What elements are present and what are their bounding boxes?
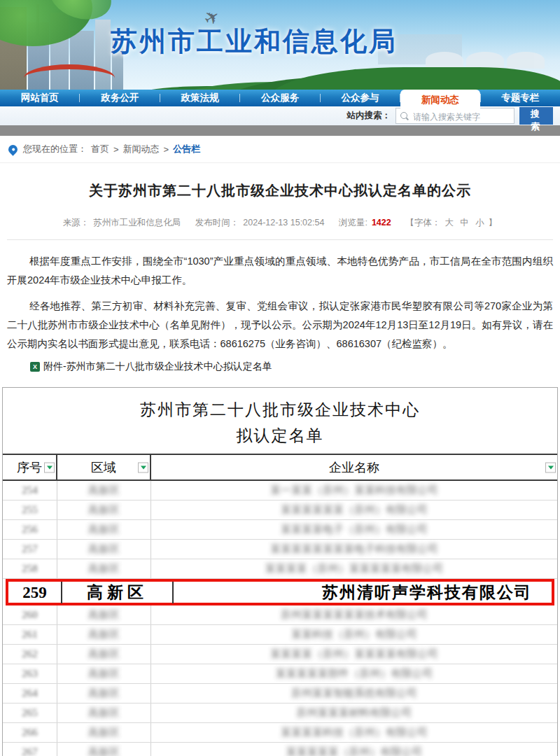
nav-item-6-active[interactable]: 新闻动态 (400, 90, 479, 110)
table-cell-seq: 260 (3, 606, 57, 624)
table-title-line2: 拟认定名单 (3, 423, 557, 449)
table-cell-company: 某某某某某（苏州）有限公司 (151, 743, 557, 756)
font-size-suffix: 】 (489, 218, 498, 227)
meta-source-label: 来源： (63, 218, 90, 227)
search-label: 站内搜索： (347, 110, 391, 122)
banner: ✈ 苏州市工业和信息化局 (0, 0, 560, 90)
nav-item-3[interactable]: 政策法规 (160, 90, 239, 106)
table-row: 264高新区苏州某某智能系统有限公司 (3, 684, 557, 704)
table-cell-region: 高新区 (57, 540, 151, 559)
table-title: 苏州市第二十八批市级企业技术中心 拟认定名单 (3, 388, 557, 454)
table-row: 266高新区某某某某科技（苏州）有限公司 (3, 723, 557, 743)
meta-divider (7, 239, 553, 240)
breadcrumb: 您现在的位置： 首页 > 新闻动态 > 公告栏 (0, 136, 560, 163)
breadcrumb-news[interactable]: 新闻动态 (123, 143, 160, 155)
breadcrumb-current[interactable]: 公告栏 (173, 143, 200, 155)
column-header-region: 区域 (57, 455, 151, 479)
highlight-company: 苏州清听声学科技有限公司 (174, 582, 552, 603)
table-cell-region: 高新区 (57, 606, 151, 624)
attachment-link[interactable]: 附件-苏州市第二十八批市级企业技术中心拟认定名单 (43, 360, 272, 373)
highlight-region: 高新区 (62, 582, 174, 603)
table-cell-company: 某某科技（苏州）有限公司 (151, 625, 557, 644)
font-size-small[interactable]: 小 (475, 218, 484, 227)
table-cell-region: 高新区 (57, 520, 151, 539)
table-cell-seq: 266 (3, 723, 57, 742)
font-size-medium[interactable]: 中 (460, 218, 469, 227)
table-cell-company: 某某某某某某某某电子科技有限公司 (151, 540, 557, 559)
divider-strip (0, 125, 560, 136)
table-row: 263高新区某某某某某部件（苏州）有限公司 (3, 664, 557, 684)
search-box (396, 108, 514, 124)
article: 关于苏州市第二十八批市级企业技术中心拟认定名单的公示 来源：苏州市工业和信息化局… (0, 181, 560, 373)
font-size-prefix: 【字体： (405, 218, 440, 227)
search-button[interactable]: 搜 索 (519, 107, 553, 125)
table-cell-region: 高新区 (57, 684, 151, 703)
table-row: 267高新区某某某某某（苏州）有限公司 (3, 743, 557, 756)
table-row: 265高新区苏州某某某材料有限公司 (3, 704, 557, 723)
table-cell-seq: 258 (3, 559, 57, 578)
list-table: 苏州市第二十八批市级企业技术中心 拟认定名单 序号 区域 企业名称 254高新区… (2, 387, 558, 756)
nav-item-1[interactable]: 网站首页 (0, 90, 79, 106)
article-meta: 来源：苏州市工业和信息化局 发布时间：2024-12-13 15:02:54 浏… (7, 217, 553, 229)
table-cell-seq: 265 (3, 704, 57, 722)
breadcrumb-separator: > (164, 144, 169, 155)
table-cell-company: 某某某某某某（苏州）有限公司 (151, 500, 557, 519)
article-paragraph-1: 根据年度重点工作安排，围绕全市“1030”产业重点领域的重点领域、本地特色优势产… (7, 252, 553, 290)
highlighted-row: 259 高新区 苏州清听声学科技有限公司 (6, 579, 554, 606)
table-cell-seq: 256 (3, 520, 57, 539)
table-row: 262高新区某某某某（苏州）某某某某有限公司 (3, 645, 557, 664)
table-cell-company: 苏州某某某某某某技术有限公司 (151, 606, 557, 624)
table-cell-region: 高新区 (57, 743, 151, 756)
breadcrumb-home[interactable]: 首页 (91, 143, 109, 155)
table-cell-company: 某某某某（苏州）某某某某有限公司 (151, 645, 557, 664)
meta-time: 2024-12-13 15:02:54 (243, 218, 324, 227)
table-header-row: 序号 区域 企业名称 (3, 454, 557, 481)
font-size-large[interactable]: 大 (444, 218, 454, 227)
table-cell-region: 高新区 (57, 559, 151, 578)
nav-item-5[interactable]: 公众参与 (321, 90, 400, 106)
table-row: 261高新区某某科技（苏州）有限公司 (3, 625, 557, 645)
table-rows-above: 254高新区某一某某（苏州）某某科技有限公司255高新区某某某某某某（苏州）有限… (3, 481, 557, 579)
table-row: 258高新区某某某某（苏州）某某某某某有限公司 (3, 559, 557, 579)
table-cell-company: 某一某某（苏州）某某科技有限公司 (151, 481, 557, 500)
filter-dropdown-icon[interactable] (138, 462, 148, 472)
banner-bridge-arches (426, 52, 545, 69)
table-cell-company: 某某某某（苏州）某某某某某有限公司 (151, 559, 557, 578)
table-cell-seq: 254 (3, 481, 57, 500)
nav-item-2[interactable]: 政务公开 (80, 90, 159, 106)
banner-trees (269, 67, 560, 90)
table-cell-company: 苏州某某智能系统有限公司 (151, 684, 557, 703)
meta-time-label: 发布时间： (195, 218, 239, 227)
filter-dropdown-icon[interactable] (44, 462, 55, 472)
column-header-seq: 序号 (3, 455, 57, 479)
highlight-seq: 259 (8, 582, 62, 603)
table-cell-company: 某某某某科技（苏州）有限公司 (151, 723, 557, 742)
table-cell-company: 某某某某电子（苏州）有限公司 (151, 520, 557, 539)
breadcrumb-prefix: 您现在的位置： (23, 143, 87, 155)
table-cell-region: 高新区 (57, 625, 151, 644)
nav-item-7[interactable]: 专题专栏 (481, 90, 560, 106)
nav-item-4[interactable]: 公众服务 (240, 90, 319, 106)
main-nav: 网站首页政务公开政策法规公众服务公众参与新闻动态专题专栏 (0, 90, 560, 106)
excel-icon (30, 362, 40, 372)
meta-views-label: 浏览量: (339, 218, 368, 227)
table-cell-seq: 267 (3, 743, 57, 756)
table-title-line1: 苏州市第二十八批市级企业技术中心 (3, 397, 557, 423)
table-cell-seq: 264 (3, 684, 57, 703)
site-title: 苏州市工业和信息化局 (111, 24, 398, 59)
filter-dropdown-icon[interactable] (545, 462, 556, 472)
table-cell-region: 高新区 (57, 723, 151, 742)
table-cell-region: 高新区 (57, 645, 151, 664)
attachment-row: 附件-苏州市第二十八批市级企业技术中心拟认定名单 (30, 360, 553, 373)
search-input[interactable] (412, 108, 512, 125)
table-cell-region: 高新区 (57, 481, 151, 500)
breadcrumb-separator: > (113, 144, 119, 155)
table-cell-seq: 255 (3, 500, 57, 519)
banner-red-bridge (24, 64, 115, 90)
meta-views: 1422 (372, 218, 391, 227)
meta-source: 苏州市工业和信息化局 (93, 218, 181, 227)
table-row: 260高新区苏州某某某某某某技术有限公司 (3, 606, 557, 625)
article-paragraph-2: 经各地推荐、第三方初审、材料补充完善、复审、党组会审议，拟认定张家港市民华塑胶有… (7, 297, 553, 354)
table-cell-company: 某某某某某部件（苏州）有限公司 (151, 664, 557, 683)
table-cell-seq: 257 (3, 540, 57, 559)
